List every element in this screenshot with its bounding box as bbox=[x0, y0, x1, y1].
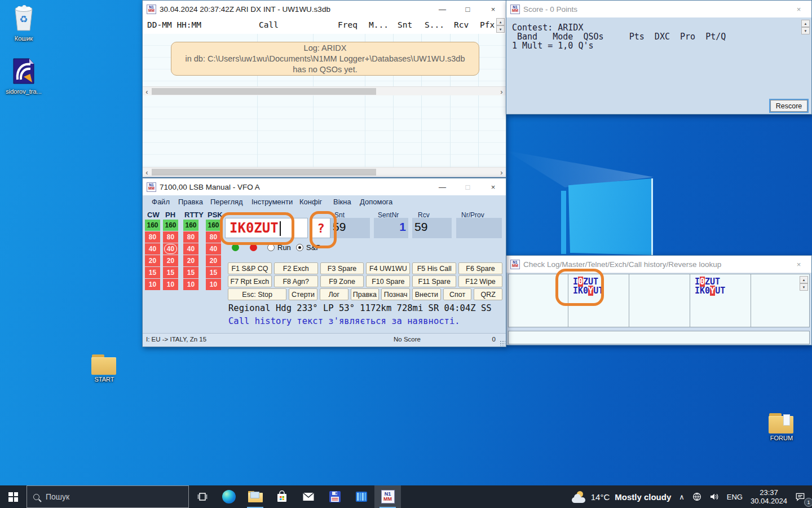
band-psk-10[interactable]: 10 bbox=[206, 279, 221, 290]
log-hscrollbar-upper[interactable]: ‹ › bbox=[143, 86, 506, 96]
run-radio[interactable] bbox=[267, 244, 275, 251]
maximize-button[interactable]: □ bbox=[455, 178, 480, 195]
clock-widget[interactable]: 23:37 30.04.2024 bbox=[747, 485, 791, 508]
check-window-titlebar[interactable]: N1MM Check Log/Master/Telnet/Exch/Call h… bbox=[506, 256, 811, 273]
band-ph-160[interactable]: 160 bbox=[163, 220, 178, 231]
scroll-left-icon[interactable]: ‹ bbox=[143, 168, 151, 177]
log-col-s[interactable]: S... bbox=[425, 20, 444, 29]
scroll-down-icon[interactable]: ▼ bbox=[801, 27, 810, 34]
band-cw-160[interactable]: 160 bbox=[145, 220, 160, 231]
scroll-up-icon[interactable]: ▲ bbox=[801, 20, 810, 27]
band-rtty-20[interactable]: 20 bbox=[183, 255, 198, 266]
band-ph-15[interactable]: 15 bbox=[163, 267, 178, 278]
score-window-titlebar[interactable]: N1MM Score - 0 Points × bbox=[506, 1, 811, 18]
scroll-up-icon[interactable]: ▲ bbox=[800, 276, 808, 283]
rescore-button[interactable]: Rescore bbox=[770, 100, 807, 112]
close-button[interactable]: × bbox=[480, 178, 506, 195]
tray-overflow-button[interactable]: ∧ bbox=[675, 485, 689, 508]
band-ph-10[interactable]: 10 bbox=[163, 279, 178, 290]
scroll-left-icon[interactable]: ‹ bbox=[143, 87, 151, 96]
network-button[interactable] bbox=[689, 485, 705, 508]
search-input[interactable] bbox=[45, 492, 182, 502]
f12-button[interactable]: F12 Wipe bbox=[458, 275, 502, 287]
band-rtty-40[interactable]: 40 bbox=[183, 243, 198, 255]
desktop-icon-forum-folder[interactable]: FORUM bbox=[758, 413, 805, 441]
close-button[interactable]: × bbox=[786, 1, 811, 17]
log-button[interactable]: Лог bbox=[320, 288, 348, 300]
band-psk-40[interactable]: 40 bbox=[206, 243, 221, 255]
action-center-button[interactable]: 1 bbox=[791, 485, 812, 508]
sp-radio-selected[interactable] bbox=[296, 244, 303, 251]
desktop-icon-start-folder[interactable]: START bbox=[81, 354, 128, 383]
score-spinner[interactable]: ▲ ▼ bbox=[801, 20, 810, 34]
maximize-button[interactable]: □ bbox=[455, 1, 480, 17]
band-ph-40-selected[interactable]: 40 bbox=[163, 243, 178, 255]
log-col-snt[interactable]: Snt bbox=[398, 20, 412, 29]
sentnr-field[interactable]: 1 bbox=[374, 218, 408, 238]
volume-button[interactable] bbox=[705, 485, 723, 508]
f4-button[interactable]: F4 UW1WU bbox=[366, 262, 410, 274]
f3-button[interactable]: F3 Spare bbox=[320, 262, 364, 274]
log-col-rcv[interactable]: Rcv bbox=[454, 20, 469, 29]
f2-button[interactable]: F2 Exch bbox=[274, 262, 318, 274]
band-psk-160[interactable]: 160 bbox=[206, 220, 221, 231]
band-psk-80[interactable]: 80 bbox=[206, 231, 221, 243]
scroll-right-icon[interactable]: › bbox=[497, 168, 506, 177]
taskbar-search[interactable] bbox=[27, 485, 189, 508]
n1mm-taskbar-button[interactable]: N1MM bbox=[374, 485, 401, 508]
master-suggestion-2[interactable]: IK0YUT bbox=[573, 286, 603, 296]
band-ph-80[interactable]: 80 bbox=[163, 231, 178, 243]
f6-button[interactable]: F6 Spare bbox=[458, 262, 502, 274]
run-radio-label[interactable]: Run bbox=[277, 243, 291, 252]
minimize-button[interactable]: — bbox=[430, 178, 455, 195]
log-col-datetime[interactable]: DD-MM HH:MM bbox=[147, 20, 201, 29]
mark-button[interactable]: Познач bbox=[381, 288, 410, 300]
edit-button[interactable]: Правка bbox=[351, 288, 379, 300]
band-psk-15[interactable]: 15 bbox=[206, 267, 221, 278]
band-rtty-80[interactable]: 80 bbox=[183, 231, 198, 243]
f10-button[interactable]: F10 Spare bbox=[366, 275, 410, 287]
check-partial-indicator[interactable]: ? bbox=[311, 218, 330, 238]
sp-radio-label[interactable]: S&P bbox=[306, 243, 321, 252]
band-psk-20[interactable]: 20 bbox=[206, 255, 221, 266]
qrz-button[interactable]: QRZ bbox=[474, 288, 502, 300]
log-col-freq[interactable]: Freq bbox=[338, 20, 358, 29]
rcv-field[interactable]: 59 bbox=[412, 218, 452, 238]
task-view-button[interactable] bbox=[189, 485, 215, 508]
log-header-spinner[interactable]: ▲ ▼ bbox=[496, 18, 505, 33]
weather-widget[interactable]: 14°C Mostly cloudy bbox=[568, 485, 676, 508]
backup-app-button[interactable] bbox=[321, 485, 348, 508]
desktop-icon-sidorov-file[interactable]: sidorov_tra... bbox=[0, 58, 47, 95]
f5-button[interactable]: F5 His Call bbox=[412, 262, 456, 274]
edge-button[interactable] bbox=[215, 485, 242, 508]
menu-config[interactable]: Конфіг bbox=[299, 198, 322, 206]
close-button[interactable]: × bbox=[480, 1, 506, 17]
close-button[interactable]: × bbox=[786, 256, 811, 273]
f9-button[interactable]: F9 Zone bbox=[320, 275, 364, 287]
band-cw-40[interactable]: 40 bbox=[145, 243, 160, 255]
band-cw-10[interactable]: 10 bbox=[145, 279, 160, 290]
store-button[interactable] bbox=[268, 485, 295, 508]
spot-button[interactable]: Спот bbox=[443, 288, 472, 300]
scrollbar-thumb[interactable] bbox=[152, 169, 376, 176]
snt-field[interactable]: 59 bbox=[330, 218, 370, 238]
menu-edit[interactable]: Правка bbox=[178, 198, 203, 206]
check-spinner[interactable]: ▲ ▼ bbox=[800, 276, 808, 291]
callsign-input[interactable]: IK0ZUT bbox=[225, 218, 308, 238]
f1-button[interactable]: F1 S&P CQ bbox=[228, 262, 272, 274]
menu-help[interactable]: Допомога bbox=[360, 198, 392, 206]
language-indicator[interactable]: ENG bbox=[723, 485, 747, 508]
nrprov-field[interactable] bbox=[456, 218, 502, 238]
band-rtty-10[interactable]: 10 bbox=[183, 279, 198, 290]
band-rtty-15[interactable]: 15 bbox=[183, 267, 198, 278]
archive-app-button[interactable] bbox=[348, 485, 374, 508]
mail-button[interactable] bbox=[295, 485, 321, 508]
band-rtty-160[interactable]: 160 bbox=[183, 220, 198, 231]
f11-button[interactable]: F11 Spare bbox=[412, 275, 456, 287]
store-button[interactable]: Внести bbox=[412, 288, 441, 300]
scroll-up-icon[interactable]: ▲ bbox=[496, 18, 505, 25]
scrollbar-thumb[interactable] bbox=[152, 88, 376, 95]
menu-windows[interactable]: Вікна bbox=[333, 198, 351, 206]
menu-file[interactable]: Файл bbox=[152, 198, 170, 206]
scroll-right-icon[interactable]: › bbox=[497, 87, 506, 96]
